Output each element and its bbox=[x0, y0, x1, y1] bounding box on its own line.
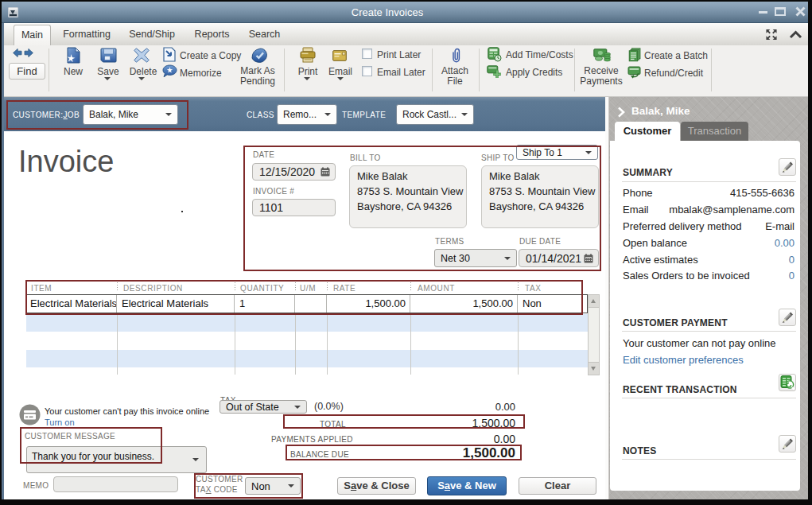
item-row-empty[interactable] bbox=[26, 350, 588, 367]
new-icon[interactable] bbox=[67, 47, 80, 64]
print-later-label[interactable]: Print Later bbox=[377, 49, 421, 60]
bill-to-box[interactable]: Mike Balak8753 S. Mountain ViewBayshore,… bbox=[349, 165, 467, 228]
new-button[interactable]: New bbox=[57, 66, 89, 77]
add-time-costs-button[interactable]: Add Time/Costs bbox=[506, 49, 573, 60]
minimize-button-icon[interactable] bbox=[759, 11, 767, 14]
create-copy-button[interactable]: Create a Copy bbox=[180, 50, 241, 61]
col-header-item[interactable]: ITEM bbox=[31, 284, 52, 293]
attach-file-button[interactable]: Attach bbox=[438, 65, 472, 76]
refund-credit-icon[interactable] bbox=[627, 66, 642, 79]
col-header-tax[interactable]: TAX bbox=[525, 284, 542, 293]
cell-quantity[interactable]: 1 bbox=[239, 297, 245, 309]
memorize-icon[interactable] bbox=[162, 64, 177, 78]
attach-file-icon[interactable] bbox=[451, 48, 461, 64]
print-later-checkbox[interactable] bbox=[362, 49, 372, 59]
summary-row-value[interactable]: 0.00 bbox=[775, 237, 795, 249]
save-dropdown-caret[interactable] bbox=[104, 77, 111, 80]
edit-customer-preferences-link[interactable]: Edit customer preferences bbox=[623, 354, 744, 366]
add-time-costs-icon[interactable] bbox=[488, 47, 502, 62]
expand-ribbon-icon[interactable] bbox=[765, 29, 778, 41]
create-batch-button[interactable]: Create a Batch bbox=[644, 50, 708, 61]
item-row-selected[interactable]: Electrical Materials Electrical Material… bbox=[26, 294, 588, 313]
table-scrollbar[interactable] bbox=[588, 294, 600, 375]
customer-job-dropdown[interactable]: Balak, Mike bbox=[83, 104, 178, 125]
terms-dropdown[interactable]: Net 30 bbox=[434, 249, 517, 267]
apply-credits-icon[interactable] bbox=[487, 65, 502, 79]
edit-notes-button[interactable] bbox=[779, 435, 796, 453]
item-row-empty[interactable] bbox=[26, 367, 588, 375]
receive-payments-button-line2[interactable]: Payments bbox=[579, 76, 624, 87]
col-header-quantity[interactable]: QUANTITY bbox=[240, 284, 284, 293]
due-date-input[interactable]: 01/14/2021 bbox=[519, 249, 599, 267]
print-icon[interactable] bbox=[300, 47, 316, 63]
memo-input[interactable] bbox=[53, 476, 178, 492]
calendar-icon[interactable] bbox=[321, 167, 330, 177]
find-button[interactable]: Find bbox=[9, 63, 45, 80]
save-new-button[interactable]: Save & New bbox=[427, 476, 507, 495]
template-dropdown[interactable]: Rock Castl... bbox=[396, 104, 474, 125]
email-icon[interactable] bbox=[332, 50, 347, 61]
mark-pending-button[interactable]: Mark As bbox=[234, 65, 282, 76]
date-input[interactable]: 12/15/2020 bbox=[252, 163, 336, 181]
calendar-icon[interactable] bbox=[584, 254, 593, 263]
cell-rate[interactable]: 1,500.00 bbox=[365, 297, 406, 309]
receive-payments-button[interactable]: Receive bbox=[579, 65, 624, 76]
tax-dropdown[interactable]: Out of State bbox=[220, 400, 307, 414]
delete-dropdown-caret[interactable] bbox=[138, 77, 145, 80]
edit-summary-button[interactable] bbox=[779, 158, 796, 176]
create-batch-icon[interactable] bbox=[628, 48, 642, 62]
create-copy-icon[interactable] bbox=[163, 47, 176, 62]
apply-credits-button[interactable]: Apply Credits bbox=[506, 67, 562, 78]
email-later-label[interactable]: Email Later bbox=[377, 67, 425, 78]
item-row-empty[interactable] bbox=[26, 314, 588, 332]
summary-row-value[interactable]: 0 bbox=[789, 270, 795, 282]
ship-to-box[interactable]: Mike Balak8753 S. Mountain ViewBayshore,… bbox=[481, 165, 599, 228]
tab-formatting[interactable]: Formatting bbox=[51, 25, 122, 45]
ship-to-dropdown[interactable]: Ship To 1 bbox=[516, 145, 598, 160]
scroll-down-button[interactable] bbox=[589, 362, 599, 375]
save-icon[interactable] bbox=[100, 48, 117, 63]
col-header-um[interactable]: U/M bbox=[300, 284, 316, 293]
item-row-empty[interactable] bbox=[26, 332, 588, 350]
delete-button[interactable]: Delete bbox=[126, 66, 161, 77]
attach-file-button-line2[interactable]: File bbox=[438, 76, 472, 87]
delete-icon[interactable] bbox=[134, 48, 150, 63]
memorize-button[interactable]: Memorize bbox=[180, 68, 222, 79]
print-button[interactable]: Print bbox=[291, 66, 324, 77]
cell-item[interactable]: Electrical Materials bbox=[30, 297, 117, 309]
save-button[interactable]: Save bbox=[92, 66, 124, 77]
col-header-amount[interactable]: AMOUNT bbox=[418, 284, 455, 293]
recent-transaction-report-button[interactable] bbox=[779, 374, 796, 391]
customer-tax-code-dropdown[interactable]: Non bbox=[245, 477, 301, 495]
email-button[interactable]: Email bbox=[323, 66, 358, 77]
panel-tab-customer[interactable]: Customer bbox=[615, 122, 680, 141]
edit-customer-payment-button[interactable] bbox=[779, 309, 796, 326]
refund-credit-button[interactable]: Refund/Credit bbox=[644, 68, 703, 79]
save-close-button[interactable]: Save & Close bbox=[337, 477, 416, 495]
cell-description[interactable]: Electrical Materials bbox=[122, 297, 208, 309]
col-header-rate[interactable]: RATE bbox=[333, 284, 355, 293]
receive-payments-icon[interactable] bbox=[593, 49, 612, 62]
cell-amount[interactable]: 1,500.00 bbox=[472, 297, 513, 309]
clear-button[interactable]: Clear bbox=[519, 477, 596, 495]
maximize-button-icon[interactable] bbox=[775, 7, 786, 16]
invoice-number-input[interactable]: 1101 bbox=[252, 199, 336, 216]
tab-search[interactable]: Search bbox=[229, 25, 300, 45]
panel-collapse-chevron-icon[interactable] bbox=[617, 107, 625, 118]
turn-on-link[interactable]: Turn on bbox=[45, 418, 75, 427]
summary-row-value[interactable]: 0 bbox=[789, 254, 795, 266]
forward-arrow-icon[interactable] bbox=[24, 49, 33, 57]
back-arrow-icon[interactable] bbox=[13, 49, 22, 57]
class-dropdown[interactable]: Remo... bbox=[277, 104, 337, 125]
email-dropdown-caret[interactable] bbox=[337, 77, 344, 80]
panel-tab-transaction[interactable]: Transaction bbox=[681, 122, 748, 141]
tab-main[interactable]: Main bbox=[14, 25, 51, 45]
cell-tax[interactable]: Non bbox=[523, 297, 542, 309]
customer-message-dropdown[interactable]: Thank you for your business. bbox=[26, 446, 207, 473]
print-dropdown-caret[interactable] bbox=[304, 77, 310, 80]
mark-pending-icon[interactable] bbox=[251, 48, 267, 63]
collapse-ribbon-icon[interactable] bbox=[789, 30, 802, 39]
email-later-checkbox[interactable] bbox=[362, 66, 372, 76]
scroll-up-button[interactable] bbox=[589, 295, 599, 308]
col-header-description[interactable]: DESCRIPTION bbox=[123, 284, 183, 293]
